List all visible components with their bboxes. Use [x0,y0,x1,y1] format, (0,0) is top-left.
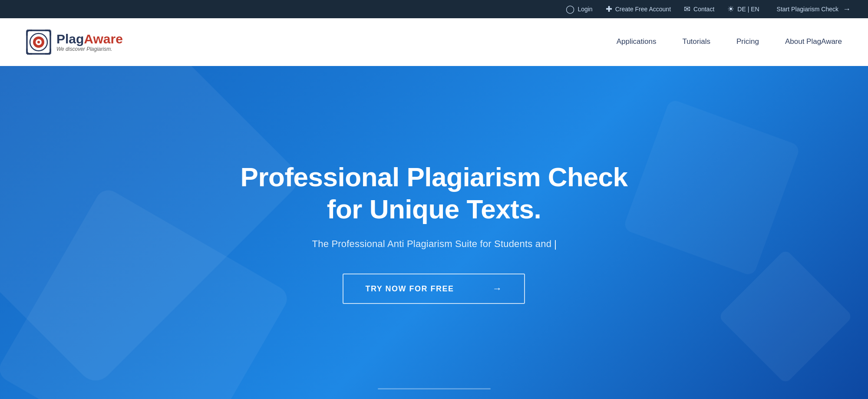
language-label: DE | EN [737,6,759,13]
try-free-label: TRY NOW FOR FREE [365,284,454,293]
hero-decoration-1 [623,99,801,277]
start-check-label: Start Plagiarism Check [777,6,838,13]
logo[interactable]: PlagAware We discover Plagiarism. [26,30,123,55]
try-free-button[interactable]: TRY NOW FOR FREE → [343,274,525,304]
globe-icon: ☀ [727,4,734,14]
login-label: Login [578,6,592,13]
create-account-link[interactable]: ✚ Create Free Account [606,4,671,14]
hero-content: Professional Plagiarism Check for Unique… [232,144,637,322]
logo-plag: Plag [56,32,84,46]
hero-section: Professional Plagiarism Check for Unique… [0,66,868,399]
cta-arrow-icon: → [492,283,503,294]
logo-tagline: We discover Plagiarism. [56,46,123,53]
logo-aware: Aware [84,32,123,46]
logo-brand: PlagAware [56,32,123,47]
contact-label: Contact [693,6,714,13]
nav-tutorials[interactable]: Tutorials [682,36,710,49]
hero-title-line1: Professional Plagiarism Check [241,162,628,192]
logo-icon [26,30,51,55]
contact-link[interactable]: ✉ Contact [684,4,714,14]
svg-point-4 [37,41,40,43]
user-icon: ◯ [566,4,574,14]
top-bar: ◯ Login ✚ Create Free Account ✉ Contact … [0,0,868,18]
create-account-label: Create Free Account [615,6,671,13]
scroll-indicator [378,388,491,389]
hero-subtitle: The Professional Anti Plagiarism Suite f… [241,238,628,250]
hero-title: Professional Plagiarism Check for Unique… [241,161,628,226]
nav-about[interactable]: About PlagAware [785,36,842,49]
language-switcher[interactable]: ☀ DE | EN [727,4,759,14]
hero-title-line2: for Unique Texts. [327,194,541,224]
login-link[interactable]: ◯ Login [566,4,592,14]
main-nav: Applications Tutorials Pricing About Pla… [617,36,842,49]
arrow-right-icon: → [843,5,851,14]
main-header: PlagAware We discover Plagiarism. Applic… [0,18,868,66]
mail-icon: ✉ [684,4,690,14]
typing-cursor [555,240,556,250]
hero-subtitle-text: The Professional Anti Plagiarism Suite f… [312,238,554,249]
nav-applications[interactable]: Applications [617,36,657,49]
nav-pricing[interactable]: Pricing [736,36,759,49]
logo-text: PlagAware We discover Plagiarism. [56,32,123,53]
add-user-icon: ✚ [606,4,612,14]
start-check-button[interactable]: Start Plagiarism Check → [777,5,851,14]
